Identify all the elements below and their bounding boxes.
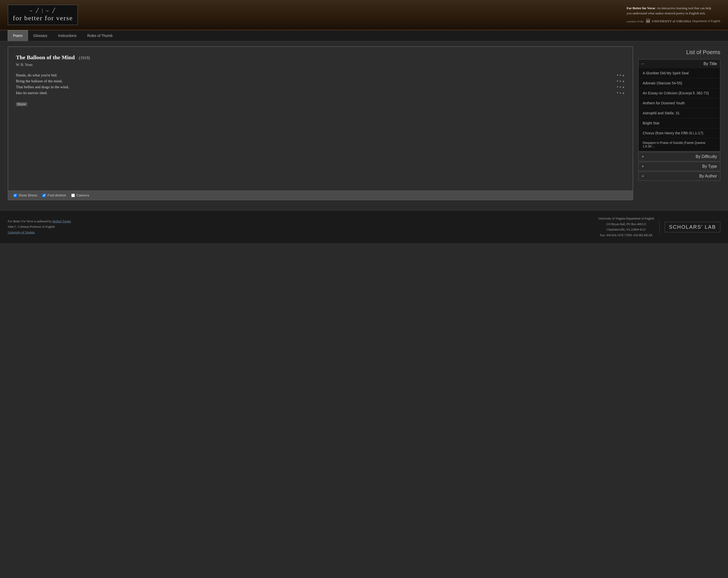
accordion-icon-by-author: + — [642, 174, 644, 178]
footer-professor-title: John C. Coleman Professor of English — [8, 224, 71, 230]
poem-line: Bring the balloon of the mind, ✦ ♦ ▲ — [16, 79, 625, 83]
list-item[interactable]: Bright Star — [639, 118, 720, 128]
list-item[interactable]: Astrophil and Stella: 31 — [639, 108, 720, 118]
site-footer: For Better For Verse is authored by Herb… — [0, 210, 728, 243]
site-header: ⌣ ╱ | ⌣ ╱ for better for verse For Bette… — [0, 0, 728, 30]
uva-logo: 🏛 UNIVERSITY of VIRGINIA Department of E… — [646, 18, 720, 24]
show-stress-checkbox[interactable] — [13, 194, 17, 197]
poem-year: (1919) — [79, 56, 90, 60]
tab-glossary[interactable]: Glossary — [28, 30, 53, 41]
poem-line-text: Hands, do what you're bid: — [16, 73, 616, 77]
uva-name: UNIVERSITY of VIRGINIA — [652, 19, 691, 23]
accordion-label-by-author: By Author — [699, 174, 717, 178]
accordion-by-difficulty: + By Difficulty — [638, 152, 720, 161]
scholars-lab-logo: SCHOLARS' LAB — [665, 222, 720, 232]
poem-line-icons: ✦ ♦ ▲ — [616, 85, 625, 89]
poem-line-icons: ✦ ♦ ▲ — [616, 79, 625, 83]
footer-center-line1: University of Virginia Department of Eng… — [598, 216, 654, 222]
poem-line-icons: ✦ ♦ ▲ — [616, 73, 625, 77]
accordion-by-author: + By Author — [638, 172, 720, 181]
header-description: For Better for Verse: An interactive lea… — [627, 6, 717, 16]
poem-line-text: Bring the balloon of the mind, — [16, 79, 616, 83]
list-item[interactable]: Anthem for Doomed Youth — [639, 98, 720, 108]
poem-line: Hands, do what you're bid: ✦ ♦ ▲ — [16, 73, 625, 77]
list-item[interactable]: Adonais (Stanzas 54-55) — [639, 78, 720, 88]
footer-right-section: University of Virginia Department of Eng… — [598, 216, 720, 238]
accordion-by-title: – By Title A Slumber Did My Spirit Seal … — [638, 59, 720, 152]
uva-dept: Department of English — [692, 19, 720, 23]
poem-panel: The Balloon of the Mind (1919) W. B. Yea… — [8, 46, 633, 200]
poems-panel: List of Poems – By Title A Slumber Did M… — [638, 46, 720, 181]
footer-uva-link[interactable]: University of Virginia — [8, 230, 35, 234]
footer-italic: For Better For Verse — [8, 220, 33, 223]
accordion-header-by-author[interactable]: + By Author — [639, 172, 720, 180]
footer-author-link[interactable]: Herbert Tucker — [52, 220, 71, 223]
foot-division-label: Foot division — [47, 193, 66, 197]
rhyme-tag: Rhyme — [16, 102, 27, 106]
footer-center-line4: Fax: 434.924.1478 | TDD: 434.982.HEAR — [598, 232, 654, 238]
poem-content: The Balloon of the Mind (1919) W. B. Yea… — [8, 47, 633, 191]
poem-line: Into its narrow shed. ✦ ♦ ▲ — [16, 91, 625, 95]
poem-lines: Hands, do what you're bid: ✦ ♦ ▲ Bring t… — [16, 73, 625, 95]
footer-text1: is authored by — [33, 220, 52, 223]
foot-division-checkbox[interactable] — [42, 194, 46, 197]
caesura-control[interactable]: Caesura — [71, 193, 89, 197]
accordion-header-by-difficulty[interactable]: + By Difficulty — [639, 152, 720, 161]
footer-left: For Better For Verse is authored by Herb… — [8, 219, 71, 235]
uva-branding: a project of the 🏛 UNIVERSITY of VIRGINI… — [627, 18, 720, 24]
main-content: The Balloon of the Mind (1919) W. B. Yea… — [0, 41, 728, 205]
accordion-icon-by-difficulty: + — [642, 154, 644, 159]
foot-division-control[interactable]: Foot division — [42, 193, 66, 197]
poem-line-text: That bellies and drags in the wind, — [16, 85, 616, 89]
poem-title: The Balloon of the Mind — [16, 54, 75, 60]
list-item[interactable]: An Essay on Criticism (Excerpt ll. 362-7… — [639, 88, 720, 98]
poem-line: That bellies and drags in the wind, ✦ ♦ … — [16, 85, 625, 89]
site-nav: Poem Glossary Instructions Rules of Thum… — [0, 30, 728, 41]
accordion-label-by-title: By Title — [704, 61, 717, 66]
accordion-header-by-type[interactable]: + By Type — [639, 162, 720, 171]
accordion-header-by-title[interactable]: – By Title — [639, 59, 720, 68]
tab-rules-of-thumb[interactable]: Rules of Thumb — [82, 30, 118, 41]
list-title: List of Poems — [638, 46, 720, 59]
uva-building-icon: 🏛 — [646, 18, 651, 24]
poem-line-icons: ✦ ♦ ▲ — [616, 91, 625, 95]
header-right: For Better for Verse: An interactive lea… — [627, 6, 720, 24]
show-stress-control[interactable]: Show Stress — [13, 193, 37, 197]
footer-center-line3: Charlottesville, VA 22904-4121 — [598, 227, 654, 232]
list-item[interactable]: A Slumber Did My Spirit Seal — [639, 68, 720, 78]
accordion-label-by-type: By Type — [702, 164, 717, 169]
list-item[interactable]: Despayre in Praise of Suicide (Faerie Qu… — [639, 138, 720, 151]
caesura-label: Caesura — [76, 193, 89, 197]
show-stress-label: Show Stress — [19, 193, 37, 197]
footer-center-line2: 219 Bryan Hall, PO Box 400121 — [598, 222, 654, 227]
uva-project-label: a project of the — [627, 20, 644, 23]
logo-text: for better for verse — [13, 15, 73, 22]
poem-footer: Show Stress Foot division Caesura — [8, 191, 633, 200]
poem-author: W. B. Yeats — [16, 63, 625, 67]
caesura-checkbox[interactable] — [71, 194, 75, 197]
footer-center: University of Virginia Department of Eng… — [598, 216, 654, 238]
poem-line-text: Into its narrow shed. — [16, 91, 616, 95]
accordion-label-by-difficulty: By Difficulty — [696, 154, 717, 159]
site-logo: ⌣ ╱ | ⌣ ╱ for better for verse — [8, 5, 78, 25]
tab-poem[interactable]: Poem — [8, 30, 28, 41]
accordion-icon-by-title: – — [642, 61, 644, 66]
accordion-by-type: + By Type — [638, 162, 720, 171]
header-description-bold: For Better for Verse — [627, 6, 655, 10]
list-item[interactable]: Chorus (from Henry the Fifth III.i.1-17) — [639, 128, 720, 138]
tab-instructions[interactable]: Instructions — [53, 30, 82, 41]
accordion-icon-by-type: + — [642, 164, 644, 169]
accordion-body-by-title: A Slumber Did My Spirit Seal Adonais (St… — [639, 68, 720, 151]
logo-symbols: ⌣ ╱ | ⌣ ╱ — [29, 8, 56, 13]
